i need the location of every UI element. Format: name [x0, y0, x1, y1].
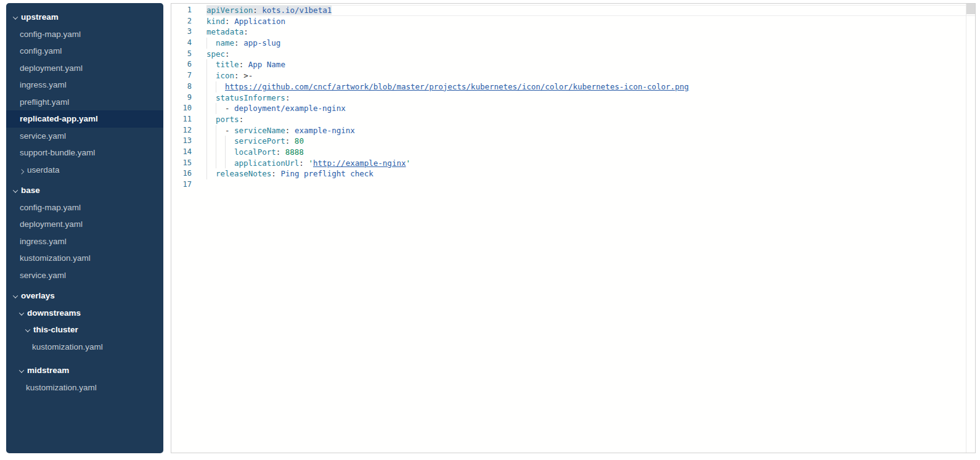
- line-number: 16: [171, 168, 192, 179]
- code-line-8: 8https://github.com/cncf/artwork/blob/ma…: [171, 81, 975, 92]
- indent-guide: [206, 114, 216, 125]
- code-text: name: app-slug: [206, 38, 975, 49]
- tree-item-kustomization.yaml[interactable]: kustomization.yaml: [6, 379, 163, 396]
- tree-item-kustomization.yaml[interactable]: kustomization.yaml: [6, 250, 163, 267]
- token-p: :: [276, 147, 285, 157]
- token-v: example-nginx: [295, 126, 355, 135]
- tree-item-label: kustomization.yaml: [26, 383, 97, 392]
- line-number: 4: [171, 38, 192, 49]
- indent-guide: [216, 125, 225, 136]
- tree-item-config-map.yaml[interactable]: config-map.yaml: [6, 199, 163, 216]
- line-number: 17: [171, 179, 192, 191]
- token-v: deployment/example-nginx: [234, 104, 346, 113]
- indent-guide: [225, 158, 234, 169]
- tree-item-label: upstream: [21, 12, 59, 22]
- code-text: metadata:: [206, 27, 975, 38]
- tree-item-ingress.yaml[interactable]: ingress.yaml: [6, 233, 163, 250]
- tree-item-preflight.yaml[interactable]: preflight.yaml: [6, 94, 163, 111]
- tree-section-downstreams[interactable]: downstreams: [6, 305, 163, 322]
- tree-item-ingress.yaml[interactable]: ingress.yaml: [6, 76, 163, 94]
- indent-guide: [206, 158, 216, 169]
- tree-section-base[interactable]: base: [6, 182, 163, 199]
- chevron-down-icon[interactable]: [20, 366, 27, 375]
- tree-item-kustomization.yaml[interactable]: kustomization.yaml: [6, 339, 163, 356]
- code-line-6: 6title: App Name: [171, 59, 975, 70]
- indent-guide: [216, 158, 225, 169]
- url-link[interactable]: http://example-nginx: [313, 158, 406, 168]
- tree-item-label: preflight.yaml: [20, 97, 69, 107]
- line-number: 3: [171, 27, 192, 38]
- code-editor[interactable]: 1apiVersion: kots.io/v1beta12kind: Appli…: [171, 3, 976, 453]
- chevron-down-icon[interactable]: [14, 12, 21, 22]
- chevron-down-icon[interactable]: [14, 291, 21, 300]
- tree-section-userdata[interactable]: userdata: [6, 162, 163, 179]
- token-k: releaseNotes: [216, 169, 271, 178]
- chevron-down-icon[interactable]: [20, 308, 27, 318]
- code-line-4: 4name: app-slug: [171, 38, 975, 49]
- tree-item-label: replicated-app.yaml: [20, 114, 98, 123]
- code-text: servicePort: 80: [206, 136, 975, 147]
- tree-item-support-bundle.yaml[interactable]: support-bundle.yaml: [6, 144, 163, 162]
- token-p: :: [285, 136, 295, 146]
- tree-item-label: downstreams: [27, 308, 81, 318]
- tree-item-label: midstream: [27, 366, 69, 375]
- tree-item-label: this-cluster: [33, 325, 78, 334]
- token-k: servicePort: [234, 136, 285, 146]
- tree-section-this-cluster[interactable]: this-cluster: [6, 321, 163, 339]
- code-text: https://github.com/cncf/artwork/blob/mas…: [206, 81, 975, 92]
- code-line-5: 5spec:: [171, 49, 975, 60]
- token-n: 8888: [285, 147, 304, 157]
- line-number: 10: [171, 103, 192, 114]
- token-p: :: [243, 27, 248, 36]
- indent-guide: [206, 103, 216, 114]
- indent-guide: [216, 147, 225, 158]
- tree-item-replicated-app.yaml[interactable]: replicated-app.yaml: [6, 110, 163, 128]
- url-link[interactable]: https://github.com/cncf/artwork/blob/mas…: [225, 82, 689, 91]
- indent-guide: [206, 81, 216, 92]
- indent-guide: [206, 38, 216, 49]
- line-number: 13: [171, 136, 192, 147]
- tree-item-config-map.yaml[interactable]: config-map.yaml: [6, 26, 163, 43]
- token-k: icon: [216, 71, 234, 80]
- tree-section-overlays[interactable]: overlays: [6, 287, 163, 305]
- file-tree-sidebar: upstreamconfig-map.yamlconfig.yamldeploy…: [6, 3, 163, 453]
- tree-section-upstream[interactable]: upstream: [6, 9, 163, 26]
- code-text: releaseNotes: Ping preflight check: [206, 168, 975, 179]
- indent-guide: [225, 147, 234, 158]
- indent-guide: [216, 103, 225, 114]
- token-p: :: [285, 126, 295, 135]
- token-k: spec: [206, 49, 225, 59]
- code-text: icon: >-: [206, 70, 975, 81]
- code-text: spec:: [206, 49, 975, 60]
- indent-guide: [206, 125, 216, 136]
- token-p: :: [239, 60, 248, 69]
- chevron-right-icon[interactable]: [20, 165, 27, 175]
- tree-item-config.yaml[interactable]: config.yaml: [6, 43, 163, 60]
- tree-item-service.yaml[interactable]: service.yaml: [6, 128, 163, 145]
- tree-item-deployment.yaml[interactable]: deployment.yaml: [6, 60, 163, 77]
- tree-item-label: deployment.yaml: [20, 220, 83, 229]
- token-n: 80: [295, 136, 304, 146]
- code-line-16: 16releaseNotes: Ping preflight check: [171, 168, 975, 179]
- page: { "colors": { "sidebar_bg": "#1e3a57", "…: [0, 0, 980, 460]
- line-number: 9: [171, 92, 192, 104]
- tree-item-label: ingress.yaml: [20, 80, 67, 89]
- tree-item-service.yaml[interactable]: service.yaml: [6, 267, 163, 284]
- code-line-10: 10- deployment/example-nginx: [171, 103, 975, 114]
- overview-ruler[interactable]: [966, 4, 975, 453]
- line-number: 12: [171, 125, 192, 136]
- tree-section-midstream[interactable]: midstream: [6, 362, 163, 379]
- tree-item-label: kustomization.yaml: [20, 253, 91, 263]
- overview-ruler-marker: [966, 4, 975, 14]
- chevron-down-icon[interactable]: [14, 186, 21, 195]
- indent-guide: [206, 147, 216, 158]
- code-text: title: App Name: [206, 59, 975, 70]
- line-number: 14: [171, 147, 192, 158]
- token-p: : >-: [234, 71, 253, 80]
- code-text: ports:: [206, 114, 975, 125]
- chevron-down-icon[interactable]: [26, 325, 33, 334]
- tree-item-deployment.yaml[interactable]: deployment.yaml: [6, 216, 163, 233]
- line-number: 1: [171, 5, 192, 16]
- tree-item-label: service.yaml: [20, 271, 66, 280]
- indent-guide: [206, 136, 216, 147]
